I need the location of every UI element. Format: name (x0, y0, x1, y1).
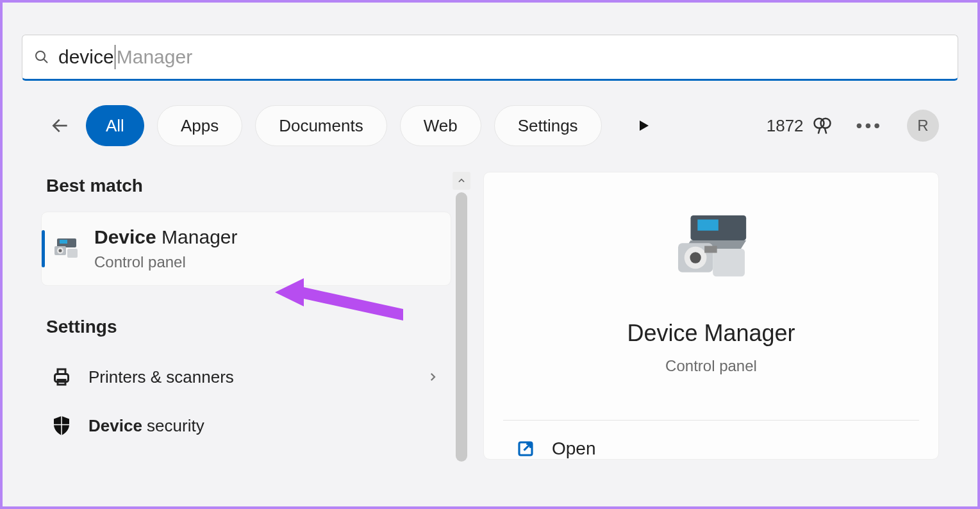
play-button[interactable] (634, 116, 653, 135)
svg-rect-21 (713, 249, 745, 276)
open-action[interactable]: Open (503, 421, 600, 459)
results-column: Best match Device Manager Control panel (41, 172, 451, 460)
open-external-icon (516, 439, 535, 458)
tab-all[interactable]: All (86, 105, 144, 146)
rewards-points[interactable]: 1872 (767, 116, 832, 136)
best-match-heading: Best match (41, 172, 451, 212)
results-scrollbar[interactable] (453, 172, 470, 462)
detail-title: Device Manager (627, 320, 795, 347)
filter-toolbar: All Apps Documents Web Settings 1872 •••… (22, 105, 958, 146)
open-label: Open (552, 438, 596, 459)
svg-rect-16 (697, 219, 718, 230)
device-manager-icon (51, 233, 81, 264)
svg-point-0 (36, 51, 45, 60)
svg-rect-11 (67, 249, 78, 258)
arrow-left-icon (50, 115, 71, 136)
best-match-item[interactable]: Device Manager Control panel (41, 212, 451, 286)
svg-line-1 (44, 59, 47, 63)
setting-item-device-security[interactable]: Device security (41, 401, 451, 450)
search-input[interactable]: device Manager (58, 45, 192, 69)
tab-documents[interactable]: Documents (255, 105, 387, 146)
shield-icon (50, 414, 73, 437)
svg-rect-22 (704, 246, 717, 253)
setting-label: Device security (88, 416, 204, 436)
medal-icon (813, 116, 832, 135)
detail-panel: Device Manager Control panel Open (483, 172, 939, 460)
points-value: 1872 (767, 116, 804, 136)
scroll-up-button[interactable] (453, 172, 470, 190)
svg-rect-7 (60, 240, 67, 244)
detail-subtitle: Control panel (665, 357, 757, 375)
play-icon (636, 118, 651, 133)
avatar-initial: R (917, 117, 928, 135)
back-button[interactable] (47, 113, 73, 138)
svg-marker-3 (640, 121, 649, 131)
tab-settings[interactable]: Settings (494, 105, 602, 146)
search-suggestion-text: Manager (117, 46, 192, 68)
settings-heading: Settings (41, 313, 451, 353)
tab-web[interactable]: Web (400, 105, 481, 146)
tab-apps[interactable]: Apps (157, 105, 242, 146)
more-icon: ••• (856, 115, 883, 135)
search-bar[interactable]: device Manager (22, 35, 958, 81)
user-avatar[interactable]: R (907, 110, 939, 142)
scroll-thumb[interactable] (456, 192, 467, 462)
chevron-up-icon (457, 176, 466, 185)
more-button[interactable]: ••• (856, 115, 883, 136)
best-match-subtitle: Control panel (94, 253, 238, 271)
text-cursor (115, 45, 115, 69)
svg-point-10 (59, 249, 62, 253)
search-icon (34, 49, 49, 65)
best-match-title: Device Manager (94, 226, 238, 248)
chevron-right-icon (427, 367, 438, 387)
search-typed-text: device (58, 46, 114, 68)
svg-point-5 (820, 119, 830, 128)
device-manager-large-icon (670, 211, 753, 288)
svg-rect-13 (58, 369, 65, 374)
setting-item-printers[interactable]: Printers & scanners (41, 353, 451, 401)
printer-icon (50, 365, 73, 388)
svg-point-20 (690, 252, 701, 263)
setting-label: Printers & scanners (88, 367, 234, 387)
